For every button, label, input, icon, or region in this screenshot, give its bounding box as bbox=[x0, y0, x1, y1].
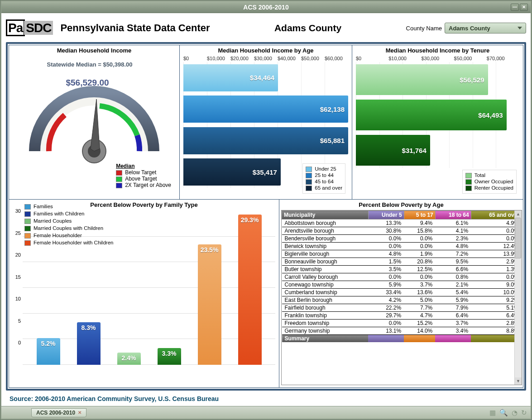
table-row[interactable]: Abbottstown borough13.3%9.4%6.1%4.9% bbox=[282, 220, 522, 227]
table-header[interactable]: Under 5 bbox=[368, 211, 404, 220]
county-dropdown[interactable]: Adams County bbox=[445, 23, 526, 33]
hbar: $34,464 bbox=[183, 64, 278, 91]
chart-icon[interactable]: ◔ bbox=[512, 409, 518, 417]
income-age-title: Median Household Income by Age bbox=[180, 45, 352, 55]
vbar: 5.2% bbox=[37, 338, 60, 365]
legend-item: Total bbox=[465, 172, 513, 178]
table-row[interactable]: Butler township3.5%12.5%6.6%1.3% bbox=[282, 266, 522, 273]
table-row[interactable]: Berwick township0.0%0.0%4.8%12.4% bbox=[282, 243, 522, 250]
legend-item: 2X Target or Above bbox=[116, 182, 171, 188]
search-icon[interactable]: 🔍 bbox=[499, 409, 508, 417]
county-heading: Adams County bbox=[210, 23, 406, 33]
dashboard: Median Household Income Statewide Median… bbox=[6, 42, 526, 391]
window-title: ACS 2006-2010 bbox=[1, 4, 531, 11]
gauge-title: Median Household Income bbox=[9, 45, 179, 55]
county-selector: County Name Adams County bbox=[406, 23, 526, 33]
hbar-row: $62,138 bbox=[183, 94, 348, 124]
panel-income-by-age: Median Household Income by Age $0$10,000… bbox=[180, 45, 352, 200]
summary-row[interactable]: Summary bbox=[282, 335, 522, 343]
legend-item: 25 to 44 bbox=[306, 172, 342, 178]
hbar: $64,493 bbox=[356, 100, 507, 130]
panel-gauge: Median Household Income Statewide Median… bbox=[9, 45, 180, 200]
gauge-legend: Median Below TargetAbove Target2X Target… bbox=[115, 162, 172, 189]
legend-item: Owner Occupied bbox=[465, 179, 513, 185]
table-row[interactable]: Arendtsville borough30.8%15.8%4.1%0.0% bbox=[282, 227, 522, 235]
table-row[interactable]: East Berlin borough4.2%5.0%5.9%9.2% bbox=[282, 296, 522, 304]
legend-item: Families with Children bbox=[24, 211, 113, 217]
income-tenure-legend: TotalOwner OccupiedRenter Occupied bbox=[462, 170, 517, 194]
hbar: $62,138 bbox=[183, 95, 348, 123]
table-header[interactable]: Municipality bbox=[282, 211, 369, 220]
refresh-icon[interactable]: ↻ bbox=[521, 409, 527, 417]
source-citation: Source: 2006-2010 American Community Sur… bbox=[6, 391, 526, 405]
table-row[interactable]: Biglerville borough4.8%1.9%7.2%13.9% bbox=[282, 250, 522, 258]
table-row[interactable]: Freedom township0.0%15.2%3.7%2.8% bbox=[282, 320, 522, 327]
poverty-family-legend: FamiliesFamilies with ChildrenMarried Co… bbox=[24, 202, 113, 247]
table-row[interactable]: Carroll Valley borough0.0%0.0%0.8%0.0% bbox=[282, 273, 522, 281]
hbar: $65,881 bbox=[183, 127, 348, 154]
vbar: 23.5% bbox=[198, 244, 221, 365]
hbar: $31,764 bbox=[356, 135, 430, 166]
income-tenure-axis: $0$10,000$30,000$50,000$70,000 bbox=[356, 56, 519, 61]
panel-poverty-family: Percent Below Poverty by Family Type 051… bbox=[9, 199, 279, 388]
scroll-thumb[interactable] bbox=[515, 218, 521, 258]
close-button[interactable]: ✕ bbox=[520, 4, 528, 11]
hbar: $35,417 bbox=[183, 158, 281, 186]
content-area: PaSDC Pennsylvania State Data Center Ada… bbox=[1, 13, 531, 406]
panel-income-by-tenure: Median Household Income by Tenure $0$10,… bbox=[352, 45, 523, 200]
vbar: 2.4% bbox=[117, 353, 141, 365]
sheet-tab[interactable]: ACS 2006-2010 ✕ bbox=[31, 408, 86, 417]
page-header: PaSDC Pennsylvania State Data Center Ada… bbox=[6, 17, 526, 39]
income-tenure-title: Median Household Income by Tenure bbox=[352, 45, 523, 55]
poverty-family-yaxis: 051015202530 bbox=[11, 211, 23, 365]
status-bar: ACS 2006-2010 ✕ ▦ 🔍 ◔ ↻ bbox=[1, 406, 531, 419]
table-header[interactable]: 5 to 17 bbox=[404, 211, 435, 220]
gauge-chart bbox=[22, 88, 167, 169]
table-row[interactable]: Bendersville borough0.0%0.0%2.3%0.0% bbox=[282, 235, 522, 243]
legend-item: 65 and over bbox=[306, 185, 342, 191]
legend-item: Married Couples with Children bbox=[24, 225, 113, 231]
table-scroll[interactable]: MunicipalityUnder 55 to 1718 to 6465 and… bbox=[281, 210, 522, 385]
table-header[interactable]: 65 and over bbox=[471, 211, 521, 220]
scroll-up-icon[interactable]: ▲ bbox=[515, 210, 522, 218]
close-tab-icon[interactable]: ✕ bbox=[78, 410, 81, 415]
table-row[interactable]: Conewago township5.9%3.7%2.1%9.0% bbox=[282, 281, 522, 289]
title-bar: ACS 2006-2010 — ✕ bbox=[1, 1, 531, 13]
table-row[interactable]: Bonneauville borough1.5%20.8%9.5%2.9% bbox=[282, 258, 522, 266]
panel-poverty-age: Percent Below Poverty by Age Municipalit… bbox=[279, 199, 523, 388]
table-header[interactable]: 18 to 64 bbox=[435, 211, 471, 220]
minimize-button[interactable]: — bbox=[511, 4, 519, 11]
svg-marker-2 bbox=[91, 99, 100, 151]
gauge-note: Statewide Median = $50,398.00 bbox=[5, 61, 175, 68]
legend-item: Female Householder with Children bbox=[24, 240, 113, 246]
legend-item: Female Householder bbox=[24, 233, 113, 239]
table-row[interactable]: Germany township13.1%14.0%3.4%8.8% bbox=[282, 327, 522, 335]
hbar-row: $34,464 bbox=[183, 62, 348, 93]
table-row[interactable]: Franklin township29.7%4.7%6.4%6.4% bbox=[282, 312, 522, 320]
legend-item: Renter Occupied bbox=[465, 185, 513, 191]
table-header-row: MunicipalityUnder 55 to 1718 to 6465 and… bbox=[282, 211, 522, 220]
income-age-axis: $0$10,000$20,000$30,000$40,000$50,000$60… bbox=[183, 56, 348, 61]
legend-item: Above Target bbox=[116, 176, 171, 182]
app-window: ACS 2006-2010 — ✕ PaSDC Pennsylvania Sta… bbox=[0, 0, 532, 420]
hbar-row: $31,764 bbox=[356, 133, 519, 167]
income-tenure-bars: $56,529$64,493$31,764 bbox=[356, 62, 519, 168]
legend-item: Families bbox=[24, 204, 113, 210]
legend-item: Married Couples bbox=[24, 218, 113, 224]
poverty-age-title: Percent Below Poverty by Age bbox=[279, 200, 523, 209]
grid-icon[interactable]: ▦ bbox=[489, 409, 496, 417]
scroll-down-icon[interactable]: ▼ bbox=[515, 377, 522, 385]
selector-label: County Name bbox=[406, 25, 442, 32]
hbar-row: $64,493 bbox=[356, 98, 519, 132]
legend-item: 45 to 64 bbox=[306, 179, 342, 185]
sheet-tab-label: ACS 2006-2010 bbox=[36, 410, 75, 416]
hbar-row: $65,881 bbox=[183, 125, 348, 156]
scrollbar[interactable]: ▲ ▼ bbox=[514, 210, 522, 385]
table-row[interactable]: Cumberland township33.4%13.6%5.4%10.0% bbox=[282, 289, 522, 296]
legend-item: Below Target bbox=[116, 169, 171, 176]
dropdown-value: Adams County bbox=[449, 25, 490, 32]
vbar: 3.3% bbox=[158, 348, 181, 365]
hbar-row: $56,529 bbox=[356, 62, 519, 97]
hbar: $56,529 bbox=[356, 64, 488, 95]
table-row[interactable]: Fairfield borough22.2%7.7%7.9%5.1% bbox=[282, 304, 522, 312]
